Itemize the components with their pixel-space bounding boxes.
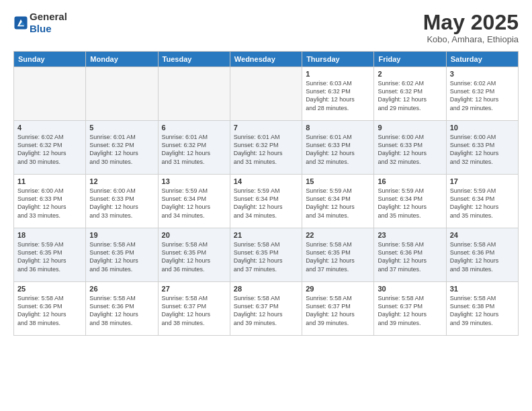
logo-icon <box>13 15 28 30</box>
day-number: 21 <box>234 231 298 239</box>
calendar-cell <box>158 67 230 121</box>
day-number: 2 <box>378 70 442 78</box>
cell-text: Sunrise: 6:01 AM Sunset: 6:32 PM Dayligh… <box>234 133 298 166</box>
calendar-cell: 27Sunrise: 5:58 AM Sunset: 6:37 PM Dayli… <box>158 282 230 336</box>
calendar-cell: 8Sunrise: 6:01 AM Sunset: 6:33 PM Daylig… <box>302 121 374 175</box>
day-number: 24 <box>450 231 515 239</box>
calendar-cell <box>14 67 86 121</box>
calendar-header-saturday: Saturday <box>446 52 518 67</box>
calendar-week-4: 18Sunrise: 5:59 AM Sunset: 6:35 PM Dayli… <box>14 228 519 282</box>
cell-text: Sunrise: 5:59 AM Sunset: 6:34 PM Dayligh… <box>378 187 442 220</box>
location: Kobo, Amhara, Ethiopia <box>423 34 519 44</box>
day-number: 28 <box>234 285 298 293</box>
cell-text: Sunrise: 6:02 AM Sunset: 6:32 PM Dayligh… <box>17 133 82 166</box>
month-title: May 2025 <box>423 11 519 34</box>
cell-text: Sunrise: 5:59 AM Sunset: 6:34 PM Dayligh… <box>234 187 298 220</box>
cell-text: Sunrise: 6:00 AM Sunset: 6:33 PM Dayligh… <box>450 133 515 166</box>
cell-text: Sunrise: 5:58 AM Sunset: 6:36 PM Dayligh… <box>378 240 442 273</box>
cell-text: Sunrise: 5:58 AM Sunset: 6:35 PM Dayligh… <box>234 240 298 273</box>
cell-text: Sunrise: 5:59 AM Sunset: 6:34 PM Dayligh… <box>162 187 226 220</box>
calendar-header-sunday: Sunday <box>14 52 86 67</box>
calendar-cell: 31Sunrise: 5:58 AM Sunset: 6:38 PM Dayli… <box>446 282 518 336</box>
day-number: 3 <box>450 70 515 78</box>
cell-text: Sunrise: 6:00 AM Sunset: 6:33 PM Dayligh… <box>89 187 154 220</box>
day-number: 9 <box>378 124 442 132</box>
day-number: 18 <box>17 231 82 239</box>
cell-text: Sunrise: 5:58 AM Sunset: 6:36 PM Dayligh… <box>450 240 515 273</box>
calendar-cell: 19Sunrise: 5:58 AM Sunset: 6:35 PM Dayli… <box>86 228 158 282</box>
day-number: 10 <box>450 124 515 132</box>
calendar-cell: 20Sunrise: 5:58 AM Sunset: 6:35 PM Dayli… <box>158 228 230 282</box>
cell-text: Sunrise: 5:58 AM Sunset: 6:37 PM Dayligh… <box>162 294 226 327</box>
calendar-cell: 16Sunrise: 5:59 AM Sunset: 6:34 PM Dayli… <box>374 175 446 228</box>
cell-text: Sunrise: 6:01 AM Sunset: 6:32 PM Dayligh… <box>162 133 226 166</box>
calendar-cell: 7Sunrise: 6:01 AM Sunset: 6:32 PM Daylig… <box>230 121 302 175</box>
cell-text: Sunrise: 5:58 AM Sunset: 6:37 PM Dayligh… <box>234 294 298 327</box>
day-number: 26 <box>89 285 154 293</box>
calendar-header-thursday: Thursday <box>302 52 374 67</box>
calendar-cell: 28Sunrise: 5:58 AM Sunset: 6:37 PM Dayli… <box>230 282 302 336</box>
cell-text: Sunrise: 5:58 AM Sunset: 6:38 PM Dayligh… <box>450 294 515 327</box>
cell-text: Sunrise: 6:00 AM Sunset: 6:33 PM Dayligh… <box>17 187 82 220</box>
day-number: 16 <box>378 177 442 185</box>
day-number: 31 <box>450 285 515 293</box>
cell-text: Sunrise: 6:01 AM Sunset: 6:32 PM Dayligh… <box>89 133 154 166</box>
calendar-cell: 10Sunrise: 6:00 AM Sunset: 6:33 PM Dayli… <box>446 121 518 175</box>
logo: General Blue <box>13 11 67 35</box>
calendar-cell <box>86 67 158 121</box>
title-block: May 2025 Kobo, Amhara, Ethiopia <box>423 11 519 44</box>
calendar-cell: 9Sunrise: 6:00 AM Sunset: 6:33 PM Daylig… <box>374 121 446 175</box>
calendar-week-3: 11Sunrise: 6:00 AM Sunset: 6:33 PM Dayli… <box>14 175 519 228</box>
cell-text: Sunrise: 6:02 AM Sunset: 6:32 PM Dayligh… <box>378 79 442 112</box>
day-number: 6 <box>162 124 226 132</box>
calendar-week-5: 25Sunrise: 5:58 AM Sunset: 6:36 PM Dayli… <box>14 282 519 336</box>
day-number: 7 <box>234 124 298 132</box>
day-number: 14 <box>234 177 298 185</box>
calendar-cell: 14Sunrise: 5:59 AM Sunset: 6:34 PM Dayli… <box>230 175 302 228</box>
cell-text: Sunrise: 6:02 AM Sunset: 6:32 PM Dayligh… <box>450 79 515 112</box>
cell-text: Sunrise: 6:01 AM Sunset: 6:33 PM Dayligh… <box>306 133 370 166</box>
logo-blue: Blue <box>30 23 52 34</box>
day-number: 11 <box>17 177 82 185</box>
cell-text: Sunrise: 5:58 AM Sunset: 6:37 PM Dayligh… <box>378 294 442 327</box>
calendar-cell: 12Sunrise: 6:00 AM Sunset: 6:33 PM Dayli… <box>86 175 158 228</box>
cell-text: Sunrise: 6:00 AM Sunset: 6:33 PM Dayligh… <box>378 133 442 166</box>
calendar-cell: 6Sunrise: 6:01 AM Sunset: 6:32 PM Daylig… <box>158 121 230 175</box>
calendar-cell: 17Sunrise: 5:59 AM Sunset: 6:34 PM Dayli… <box>446 175 518 228</box>
calendar-week-2: 4Sunrise: 6:02 AM Sunset: 6:32 PM Daylig… <box>14 121 519 175</box>
cell-text: Sunrise: 6:03 AM Sunset: 6:32 PM Dayligh… <box>306 79 370 112</box>
cell-text: Sunrise: 5:59 AM Sunset: 6:34 PM Dayligh… <box>450 187 515 220</box>
calendar-cell: 5Sunrise: 6:01 AM Sunset: 6:32 PM Daylig… <box>86 121 158 175</box>
calendar-cell: 22Sunrise: 5:58 AM Sunset: 6:35 PM Dayli… <box>302 228 374 282</box>
calendar-cell: 11Sunrise: 6:00 AM Sunset: 6:33 PM Dayli… <box>14 175 86 228</box>
day-number: 29 <box>306 285 370 293</box>
day-number: 13 <box>162 177 226 185</box>
cell-text: Sunrise: 5:58 AM Sunset: 6:36 PM Dayligh… <box>17 294 82 327</box>
calendar-cell: 29Sunrise: 5:58 AM Sunset: 6:37 PM Dayli… <box>302 282 374 336</box>
calendar-header-wednesday: Wednesday <box>230 52 302 67</box>
day-number: 8 <box>306 124 370 132</box>
calendar-table: SundayMondayTuesdayWednesdayThursdayFrid… <box>13 51 519 336</box>
day-number: 5 <box>89 124 154 132</box>
calendar-header-row: SundayMondayTuesdayWednesdayThursdayFrid… <box>14 52 519 67</box>
calendar-cell: 2Sunrise: 6:02 AM Sunset: 6:32 PM Daylig… <box>374 67 446 121</box>
calendar-cell <box>230 67 302 121</box>
calendar-header-friday: Friday <box>374 52 446 67</box>
calendar-cell: 30Sunrise: 5:58 AM Sunset: 6:37 PM Dayli… <box>374 282 446 336</box>
calendar-cell: 15Sunrise: 5:59 AM Sunset: 6:34 PM Dayli… <box>302 175 374 228</box>
day-number: 30 <box>378 285 442 293</box>
cell-text: Sunrise: 5:59 AM Sunset: 6:34 PM Dayligh… <box>306 187 370 220</box>
page-header: General Blue May 2025 Kobo, Amhara, Ethi… <box>13 11 519 44</box>
calendar-cell: 13Sunrise: 5:59 AM Sunset: 6:34 PM Dayli… <box>158 175 230 228</box>
logo-general: General <box>30 11 67 22</box>
calendar-week-1: 1Sunrise: 6:03 AM Sunset: 6:32 PM Daylig… <box>14 67 519 121</box>
calendar-header-monday: Monday <box>86 52 158 67</box>
cell-text: Sunrise: 5:58 AM Sunset: 6:36 PM Dayligh… <box>89 294 154 327</box>
day-number: 4 <box>17 124 82 132</box>
calendar-cell: 26Sunrise: 5:58 AM Sunset: 6:36 PM Dayli… <box>86 282 158 336</box>
calendar-cell: 3Sunrise: 6:02 AM Sunset: 6:32 PM Daylig… <box>446 67 518 121</box>
day-number: 27 <box>162 285 226 293</box>
calendar-cell: 4Sunrise: 6:02 AM Sunset: 6:32 PM Daylig… <box>14 121 86 175</box>
calendar-header-tuesday: Tuesday <box>158 52 230 67</box>
day-number: 1 <box>306 70 370 78</box>
